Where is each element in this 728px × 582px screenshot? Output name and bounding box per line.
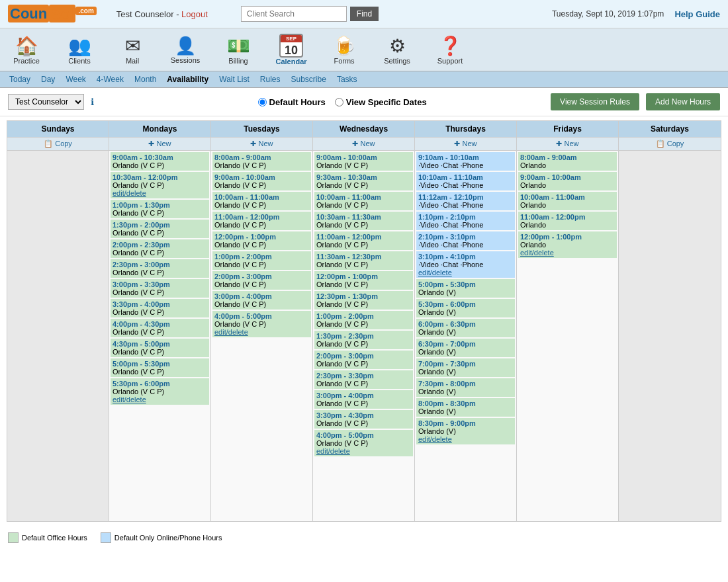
wednesdays-header: Wednesdays <box>313 121 414 138</box>
sub-nav-waitlist[interactable]: Wait List <box>219 75 250 84</box>
view-session-rules-button[interactable]: View Session Rules <box>551 93 639 110</box>
sub-nav-today[interactable]: Today <box>9 75 30 84</box>
nav-practice-label: Practice <box>13 57 40 65</box>
legend-online-hours-label: Default Only Online/Phone Hours <box>114 534 222 542</box>
sub-nav-day[interactable]: Day <box>41 75 55 84</box>
dash: - <box>176 9 181 19</box>
search-input[interactable] <box>241 6 347 22</box>
sundays-copy[interactable]: 📋 Copy <box>44 140 72 148</box>
nav-clients-label: Clients <box>68 57 91 65</box>
mondays-slots: 9:00am - 10:30amOrlando (V C P) 10:30am … <box>109 151 210 521</box>
info-icon[interactable]: ℹ <box>91 97 94 107</box>
nav-support[interactable]: ❓ Support <box>424 33 477 67</box>
legend-office-hours: Default Office Hours <box>8 532 87 543</box>
col-thursdays: Thursdays ✚ New 9:10am - 10:10am·Video ·… <box>415 121 517 521</box>
sundays-actions: 📋 Copy <box>7 138 109 151</box>
thursdays-header: Thursdays <box>415 121 516 138</box>
nav-practice[interactable]: 🏠 Practice <box>0 33 53 67</box>
sub-nav: Today Day Week 4-Week Month Availability… <box>0 71 728 88</box>
search-box: Find <box>241 6 379 22</box>
nav-mail-label: Mail <box>126 57 139 65</box>
sundays-slots <box>7 151 109 521</box>
add-new-hours-button[interactable]: Add New Hours <box>646 93 720 110</box>
fridays-actions: ✚ New <box>517 138 618 151</box>
wednesdays-actions: ✚ New <box>313 138 414 151</box>
nav-sessions[interactable]: 👤 Sessions <box>159 34 212 66</box>
sundays-header: Sundays <box>7 121 109 138</box>
fridays-header: Fridays <box>517 121 618 138</box>
mondays-actions: ✚ New <box>109 138 210 151</box>
legend: Default Office Hours Default Only Online… <box>0 526 728 550</box>
legend-online-hours: Default Only Online/Phone Hours <box>101 532 222 543</box>
counselor-select[interactable]: Test Counselor <box>8 94 84 110</box>
nav-calendar[interactable]: SEP 10 Calendar <box>265 32 318 67</box>
sub-nav-tasks[interactable]: Tasks <box>337 75 357 84</box>
nav-mail[interactable]: ✉ Mail <box>106 33 159 67</box>
calendar-grid: Sundays 📋 Copy Mondays ✚ New 9:00am - 10… <box>7 120 721 522</box>
tuesdays-header: Tuesdays <box>211 121 312 138</box>
legend-office-hours-label: Default Office Hours <box>22 534 87 542</box>
radio-default-label: Default Hours <box>269 97 326 107</box>
sub-nav-availability[interactable]: Availability <box>167 75 208 84</box>
saturdays-actions: 📋 Copy <box>619 138 721 151</box>
radio-specific-label: View Specific Dates <box>346 97 427 107</box>
thursdays-slots: 9:10am - 10:10am·Video ·Chat ·Phone 10:1… <box>415 151 516 521</box>
nav-support-label: Support <box>437 57 463 65</box>
find-button[interactable]: Find <box>350 7 379 21</box>
radio-group: Default Hours View Specific Dates <box>258 97 427 107</box>
radio-default-input[interactable] <box>258 98 267 106</box>
sub-nav-subscribe[interactable]: Subscribe <box>291 75 326 84</box>
sub-nav-4week[interactable]: 4-Week <box>97 75 124 84</box>
mondays-header: Mondays <box>109 121 210 138</box>
nav-billing-label: Billing <box>228 57 248 65</box>
col-tuesdays: Tuesdays ✚ New 8:00am - 9:00amOrlando (V… <box>211 121 313 521</box>
nav-icons: 🏠 Practice 👥 Clients ✉ Mail 👤 Sessions 💵… <box>0 28 728 71</box>
datetime: Tuesday, Sept 10, 2019 1:07pm <box>552 9 664 19</box>
nav-billing[interactable]: 💵 Billing <box>212 33 265 67</box>
help-guide[interactable]: Help Guide <box>674 9 720 19</box>
mondays-new[interactable]: ✚ New <box>148 140 171 148</box>
header: CounSol.com Test Counselor - Logout Find… <box>0 0 728 28</box>
nav-clients[interactable]: 👥 Clients <box>53 33 106 67</box>
tuesdays-slots: 8:00am - 9:00amOrlando (V C P) 9:00am - … <box>211 151 312 521</box>
col-wednesdays: Wednesdays ✚ New 9:00am - 10:00amOrlando… <box>313 121 415 521</box>
nav-settings-label: Settings <box>384 57 410 65</box>
nav-calendar-label: Calendar <box>275 58 306 65</box>
logout-link[interactable]: Logout <box>181 9 208 19</box>
toolbar: Test Counselor ℹ Default Hours View Spec… <box>0 88 728 116</box>
thursdays-actions: ✚ New <box>415 138 516 151</box>
wednesdays-slots: 9:00am - 10:00amOrlando (V C P) 9:30am -… <box>313 151 414 521</box>
sub-nav-month[interactable]: Month <box>134 75 156 84</box>
radio-specific-input[interactable] <box>335 98 343 106</box>
col-saturdays: Saturdays 📋 Copy <box>619 121 721 521</box>
username: Test Counselor <box>116 9 174 19</box>
wednesdays-new[interactable]: ✚ New <box>352 140 375 148</box>
radio-specific-dates[interactable]: View Specific Dates <box>335 97 427 107</box>
tuesdays-new[interactable]: ✚ New <box>250 140 273 148</box>
col-sundays: Sundays 📋 Copy <box>7 121 109 521</box>
nav-forms[interactable]: 🍺 Forms <box>318 33 371 67</box>
saturdays-slots <box>619 151 721 521</box>
fridays-new[interactable]: ✚ New <box>556 140 578 148</box>
user-info: Test Counselor - Logout <box>116 9 208 19</box>
tuesdays-actions: ✚ New <box>211 138 312 151</box>
nav-settings[interactable]: ⚙ Settings <box>371 33 424 67</box>
nav-sessions-label: Sessions <box>171 56 201 64</box>
nav-forms-label: Forms <box>334 57 354 65</box>
sub-nav-week[interactable]: Week <box>66 75 85 84</box>
col-mondays: Mondays ✚ New 9:00am - 10:30amOrlando (V… <box>109 121 211 521</box>
fridays-slots: 8:00am - 9:00amOrlando 9:00am - 10:00amO… <box>517 151 618 521</box>
radio-default-hours[interactable]: Default Hours <box>258 97 326 107</box>
saturdays-header: Saturdays <box>619 121 721 138</box>
sub-nav-rules[interactable]: Rules <box>260 75 281 84</box>
logo: CounSol.com <box>8 5 97 22</box>
thursdays-new[interactable]: ✚ New <box>454 140 477 148</box>
calendar-wrapper: Sundays 📋 Copy Mondays ✚ New 9:00am - 10… <box>0 116 728 526</box>
saturdays-copy[interactable]: 📋 Copy <box>656 140 684 148</box>
col-fridays: Fridays ✚ New 8:00am - 9:00amOrlando 9:0… <box>517 121 619 521</box>
